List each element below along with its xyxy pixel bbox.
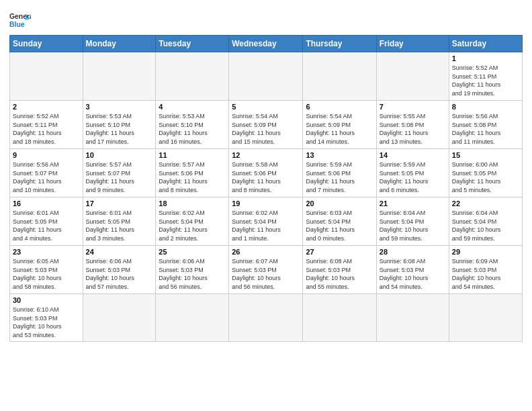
calendar-cell xyxy=(303,294,376,342)
day-info: Sunrise: 6:02 AM Sunset: 5:04 PM Dayligh… xyxy=(159,209,226,242)
header: General Blue xyxy=(9,7,523,31)
day-number: 29 xyxy=(452,248,519,256)
calendar-cell: 9Sunrise: 5:56 AM Sunset: 5:07 PM Daylig… xyxy=(10,149,83,197)
weekday-header-row: SundayMondayTuesdayWednesdayThursdayFrid… xyxy=(10,36,523,52)
day-info: Sunrise: 5:56 AM Sunset: 5:07 PM Dayligh… xyxy=(13,161,80,194)
calendar-cell xyxy=(229,52,303,101)
calendar-cell: 6Sunrise: 5:54 AM Sunset: 5:09 PM Daylig… xyxy=(303,101,376,149)
day-info: Sunrise: 6:04 AM Sunset: 5:04 PM Dayligh… xyxy=(380,209,446,242)
calendar-cell: 11Sunrise: 5:57 AM Sunset: 5:06 PM Dayli… xyxy=(156,149,229,197)
day-info: Sunrise: 5:57 AM Sunset: 5:07 PM Dayligh… xyxy=(86,161,153,194)
day-info: Sunrise: 6:09 AM Sunset: 5:03 PM Dayligh… xyxy=(452,257,519,291)
weekday-header-friday: Friday xyxy=(376,36,449,52)
calendar-cell: 23Sunrise: 6:05 AM Sunset: 5:03 PM Dayli… xyxy=(10,246,83,294)
calendar-week-row-1: 2Sunrise: 5:52 AM Sunset: 5:11 PM Daylig… xyxy=(10,101,523,149)
day-number: 1 xyxy=(452,54,519,62)
day-info: Sunrise: 6:06 AM Sunset: 5:03 PM Dayligh… xyxy=(86,257,153,291)
day-number: 14 xyxy=(380,151,446,159)
day-number: 26 xyxy=(232,248,300,256)
day-number: 13 xyxy=(306,151,373,159)
day-number: 12 xyxy=(232,151,300,159)
calendar-cell: 2Sunrise: 5:52 AM Sunset: 5:11 PM Daylig… xyxy=(10,101,83,149)
day-info: Sunrise: 6:01 AM Sunset: 5:05 PM Dayligh… xyxy=(13,209,80,242)
day-info: Sunrise: 6:03 AM Sunset: 5:04 PM Dayligh… xyxy=(306,209,373,242)
day-number: 4 xyxy=(159,103,226,111)
calendar-week-row-2: 9Sunrise: 5:56 AM Sunset: 5:07 PM Daylig… xyxy=(10,149,523,197)
calendar-cell: 1Sunrise: 5:52 AM Sunset: 5:11 PM Daylig… xyxy=(449,52,522,101)
calendar-cell: 25Sunrise: 6:06 AM Sunset: 5:03 PM Dayli… xyxy=(156,246,229,294)
day-info: Sunrise: 6:00 AM Sunset: 5:05 PM Dayligh… xyxy=(452,161,519,194)
calendar-cell: 30Sunrise: 6:10 AM Sunset: 5:03 PM Dayli… xyxy=(10,294,83,342)
calendar-cell: 4Sunrise: 5:53 AM Sunset: 5:10 PM Daylig… xyxy=(156,101,229,149)
calendar-week-row-3: 16Sunrise: 6:01 AM Sunset: 5:05 PM Dayli… xyxy=(10,197,523,246)
calendar-cell: 15Sunrise: 6:00 AM Sunset: 5:05 PM Dayli… xyxy=(449,149,522,197)
weekday-header-saturday: Saturday xyxy=(449,36,522,52)
calendar-cell: 20Sunrise: 6:03 AM Sunset: 5:04 PM Dayli… xyxy=(303,197,376,246)
calendar-cell xyxy=(156,294,229,342)
day-number: 11 xyxy=(159,151,226,159)
day-info: Sunrise: 5:54 AM Sunset: 5:09 PM Dayligh… xyxy=(232,112,300,146)
calendar-cell: 27Sunrise: 6:08 AM Sunset: 5:03 PM Dayli… xyxy=(303,246,376,294)
day-number: 3 xyxy=(86,103,153,111)
day-number: 28 xyxy=(380,248,446,256)
calendar-cell: 21Sunrise: 6:04 AM Sunset: 5:04 PM Dayli… xyxy=(376,197,449,246)
day-number: 16 xyxy=(13,199,80,208)
calendar-cell: 12Sunrise: 5:58 AM Sunset: 5:06 PM Dayli… xyxy=(229,149,303,197)
day-info: Sunrise: 5:53 AM Sunset: 5:10 PM Dayligh… xyxy=(159,112,226,146)
day-number: 25 xyxy=(159,248,226,256)
calendar-cell xyxy=(449,294,522,342)
day-info: Sunrise: 5:55 AM Sunset: 5:08 PM Dayligh… xyxy=(380,112,446,146)
calendar-cell: 7Sunrise: 5:55 AM Sunset: 5:08 PM Daylig… xyxy=(376,101,449,149)
weekday-header-monday: Monday xyxy=(83,36,156,52)
logo: General Blue xyxy=(9,7,31,31)
day-number: 17 xyxy=(86,199,153,208)
day-info: Sunrise: 6:01 AM Sunset: 5:05 PM Dayligh… xyxy=(86,209,153,242)
calendar-cell: 18Sunrise: 6:02 AM Sunset: 5:04 PM Dayli… xyxy=(156,197,229,246)
calendar-week-row-4: 23Sunrise: 6:05 AM Sunset: 5:03 PM Dayli… xyxy=(10,246,523,294)
day-info: Sunrise: 5:59 AM Sunset: 5:06 PM Dayligh… xyxy=(306,161,373,194)
day-info: Sunrise: 5:52 AM Sunset: 5:11 PM Dayligh… xyxy=(452,64,519,97)
calendar-cell: 19Sunrise: 6:02 AM Sunset: 5:04 PM Dayli… xyxy=(229,197,303,246)
calendar-cell: 13Sunrise: 5:59 AM Sunset: 5:06 PM Dayli… xyxy=(303,149,376,197)
calendar-cell: 24Sunrise: 6:06 AM Sunset: 5:03 PM Dayli… xyxy=(83,246,156,294)
calendar-cell: 16Sunrise: 6:01 AM Sunset: 5:05 PM Dayli… xyxy=(10,197,83,246)
day-info: Sunrise: 6:05 AM Sunset: 5:03 PM Dayligh… xyxy=(13,257,80,291)
day-info: Sunrise: 5:52 AM Sunset: 5:11 PM Dayligh… xyxy=(13,112,80,146)
day-info: Sunrise: 5:58 AM Sunset: 5:06 PM Dayligh… xyxy=(232,161,300,194)
day-info: Sunrise: 5:53 AM Sunset: 5:10 PM Dayligh… xyxy=(86,112,153,146)
calendar-cell xyxy=(156,52,229,101)
day-number: 2 xyxy=(13,103,80,111)
calendar-cell xyxy=(83,52,156,101)
svg-text:Blue: Blue xyxy=(9,21,25,28)
weekday-header-tuesday: Tuesday xyxy=(156,36,229,52)
calendar-cell: 22Sunrise: 6:04 AM Sunset: 5:04 PM Dayli… xyxy=(449,197,522,246)
calendar-cell xyxy=(376,294,449,342)
calendar-cell: 28Sunrise: 6:08 AM Sunset: 5:03 PM Dayli… xyxy=(376,246,449,294)
calendar-cell: 3Sunrise: 5:53 AM Sunset: 5:10 PM Daylig… xyxy=(83,101,156,149)
day-number: 23 xyxy=(13,248,80,256)
calendar-cell: 5Sunrise: 5:54 AM Sunset: 5:09 PM Daylig… xyxy=(229,101,303,149)
weekday-header-thursday: Thursday xyxy=(303,36,376,52)
day-info: Sunrise: 6:02 AM Sunset: 5:04 PM Dayligh… xyxy=(232,209,300,242)
day-info: Sunrise: 6:07 AM Sunset: 5:03 PM Dayligh… xyxy=(232,257,300,291)
weekday-header-wednesday: Wednesday xyxy=(229,36,303,52)
calendar-cell: 26Sunrise: 6:07 AM Sunset: 5:03 PM Dayli… xyxy=(229,246,303,294)
calendar-cell xyxy=(376,52,449,101)
day-number: 27 xyxy=(306,248,373,256)
calendar-cell: 29Sunrise: 6:09 AM Sunset: 5:03 PM Dayli… xyxy=(449,246,522,294)
day-number: 15 xyxy=(452,151,519,159)
calendar-cell: 17Sunrise: 6:01 AM Sunset: 5:05 PM Dayli… xyxy=(83,197,156,246)
day-info: Sunrise: 6:04 AM Sunset: 5:04 PM Dayligh… xyxy=(452,209,519,242)
page: General Blue SundayMondayTuesdayWednesda… xyxy=(0,0,532,349)
day-info: Sunrise: 6:10 AM Sunset: 5:03 PM Dayligh… xyxy=(13,306,80,339)
day-number: 24 xyxy=(86,248,153,256)
day-number: 9 xyxy=(13,151,80,159)
day-number: 21 xyxy=(380,199,446,208)
day-number: 18 xyxy=(159,199,226,208)
day-info: Sunrise: 5:57 AM Sunset: 5:06 PM Dayligh… xyxy=(159,161,226,194)
day-number: 8 xyxy=(452,103,519,111)
day-number: 30 xyxy=(13,296,80,304)
day-number: 19 xyxy=(232,199,300,208)
day-number: 6 xyxy=(306,103,373,111)
calendar-cell xyxy=(83,294,156,342)
